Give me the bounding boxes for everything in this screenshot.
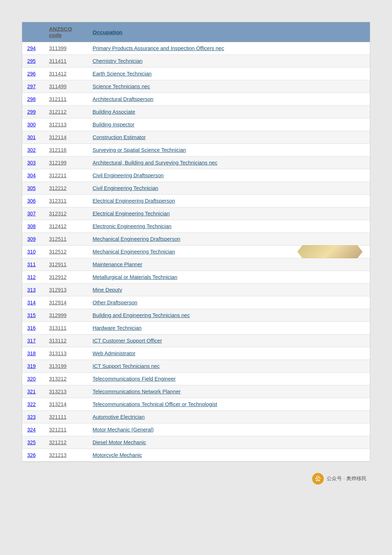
row-number-link[interactable]: 298	[27, 96, 36, 102]
row-number-link[interactable]: 308	[27, 223, 36, 229]
row-number-link[interactable]: 314	[27, 300, 36, 305]
row-number-link[interactable]: 311	[27, 262, 36, 267]
occupation-link[interactable]: Architectural, Building and Surveying Te…	[93, 160, 217, 166]
occupation-link[interactable]: Automotive Electrician	[93, 414, 144, 420]
row-number-link[interactable]: 319	[27, 363, 36, 369]
row-number-link[interactable]: 301	[27, 134, 36, 140]
anzsco-code-link[interactable]: 312512	[49, 249, 66, 255]
anzsco-code-link[interactable]: 312511	[49, 236, 66, 242]
occupation-link[interactable]: ICT Customer Support Officer	[93, 338, 162, 344]
anzsco-code-link[interactable]: 312113	[49, 122, 66, 127]
occupation-link[interactable]: Construction Estimator	[93, 134, 146, 140]
anzsco-code-link[interactable]: 313213	[49, 389, 66, 394]
anzsco-code-link[interactable]: 313111	[49, 325, 66, 331]
anzsco-code-link[interactable]: 312116	[49, 147, 66, 153]
row-number-link[interactable]: 304	[27, 173, 36, 178]
anzsco-code-link[interactable]: 312112	[49, 109, 66, 115]
row-number-link[interactable]: 326	[27, 452, 36, 458]
occupation-link[interactable]: Building and Engineering Technicians nec	[93, 312, 190, 318]
anzsco-code-link[interactable]: 312211	[49, 173, 66, 178]
row-number-link[interactable]: 317	[27, 338, 36, 344]
anzsco-code-link[interactable]: 321213	[49, 452, 66, 458]
row-number-link[interactable]: 323	[27, 414, 36, 420]
occupation-link[interactable]: Electrical Engineering Draftsperson	[93, 198, 175, 204]
occupation-link[interactable]: Science Technicians nec	[93, 84, 150, 89]
anzsco-code-link[interactable]: 312114	[49, 134, 66, 140]
anzsco-code-link[interactable]: 312111	[49, 96, 66, 102]
occupation-link[interactable]: Civil Engineering Draftsperson	[93, 173, 164, 178]
anzsco-code-link[interactable]: 312212	[49, 185, 66, 191]
table-row: 295311411Chemistry Technician	[22, 55, 370, 68]
row-number-link[interactable]: 303	[27, 160, 36, 166]
anzsco-code-link[interactable]: 321211	[49, 427, 66, 433]
row-number-link[interactable]: 325	[27, 439, 36, 445]
occupation-link[interactable]: Motor Mechanic (General)	[93, 427, 154, 433]
anzsco-code-link[interactable]: 313112	[49, 338, 66, 344]
anzsco-code-link[interactable]: 321111	[49, 414, 66, 420]
occupation-link[interactable]: Chemistry Technician	[93, 58, 143, 64]
occupation-link[interactable]: ICT Support Technicians nec	[93, 363, 160, 369]
row-number-link[interactable]: 297	[27, 84, 36, 89]
occupation-link[interactable]: Hardware Technician	[93, 325, 142, 331]
anzsco-code-link[interactable]: 311411	[49, 58, 66, 64]
anzsco-code-link[interactable]: 311399	[49, 45, 66, 51]
occupation-link[interactable]: Other Draftsperson	[93, 300, 137, 305]
row-number-link[interactable]: 324	[27, 427, 36, 433]
row-number-link[interactable]: 316	[27, 325, 36, 331]
occupation-link[interactable]: Primary Products Assurance and Inspectio…	[93, 45, 224, 51]
anzsco-code-link[interactable]: 311412	[49, 71, 66, 77]
occupation-link[interactable]: Mine Deputy	[93, 287, 122, 293]
occupation-link[interactable]: Building Inspector	[93, 122, 134, 127]
occupation-link[interactable]: Mechanical Engineering Technician	[93, 249, 175, 255]
occupation-link[interactable]: Civil Engineering Technician	[93, 185, 158, 191]
occupation-link[interactable]: Building Associate	[93, 109, 135, 115]
occupation-link[interactable]: Telecommunications Field Engineer	[93, 376, 176, 382]
anzsco-code-link[interactable]: 312999	[49, 312, 66, 318]
occupation-link[interactable]: Maintenance Planner	[93, 262, 142, 267]
anzsco-code-link[interactable]: 313199	[49, 363, 66, 369]
row-number-link[interactable]: 322	[27, 401, 36, 407]
anzsco-code-link[interactable]: 313212	[49, 376, 66, 382]
occupation-link[interactable]: Surveying or Spatial Science Technician	[93, 147, 186, 153]
row-number-link[interactable]: 313	[27, 287, 36, 293]
anzsco-code-link[interactable]: 312312	[49, 211, 66, 216]
row-number-link[interactable]: 312	[27, 274, 36, 280]
anzsco-code-link[interactable]: 312911	[49, 262, 66, 267]
anzsco-code-link[interactable]: 311499	[49, 84, 66, 89]
row-number-link[interactable]: 320	[27, 376, 36, 382]
row-number-link[interactable]: 295	[27, 58, 36, 64]
row-number-link[interactable]: 296	[27, 71, 36, 77]
occupation-link[interactable]: Architectural Draftsperson	[93, 96, 154, 102]
anzsco-code-link[interactable]: 312412	[49, 223, 66, 229]
occupation-link[interactable]: Diesel Motor Mechanic	[93, 439, 146, 445]
row-number-link[interactable]: 321	[27, 389, 36, 394]
occupation-link[interactable]: Telecommunications Network Planner	[93, 389, 181, 394]
anzsco-code-link[interactable]: 313214	[49, 401, 66, 407]
row-number-link[interactable]: 305	[27, 185, 36, 191]
row-number-link[interactable]: 309	[27, 236, 36, 242]
occupation-link[interactable]: Metallurgical or Materials Technician	[93, 274, 177, 280]
anzsco-code-link[interactable]: 313113	[49, 351, 66, 356]
row-number-link[interactable]: 299	[27, 109, 36, 115]
row-number-link[interactable]: 318	[27, 351, 36, 356]
anzsco-code-link[interactable]: 312199	[49, 160, 66, 166]
occupation-link[interactable]: Electrical Engineering Technician	[93, 211, 170, 216]
row-number-link[interactable]: 302	[27, 147, 36, 153]
row-number-link[interactable]: 307	[27, 211, 36, 216]
occupation-link[interactable]: Mechanical Engineering Draftsperson	[93, 236, 180, 242]
row-number-link[interactable]: 306	[27, 198, 36, 204]
anzsco-code-link[interactable]: 312311	[49, 198, 66, 204]
occupation-link[interactable]: Motorcycle Mechanic	[93, 452, 142, 458]
row-number-link[interactable]: 310	[27, 249, 36, 255]
anzsco-code-link[interactable]: 312913	[49, 287, 66, 293]
anzsco-code-link[interactable]: 321212	[49, 439, 66, 445]
occupation-link[interactable]: Telecommunications Technical Officer or …	[93, 401, 217, 407]
occupation-link[interactable]: Earth Science Technician	[93, 71, 152, 77]
row-number-link[interactable]: 300	[27, 122, 36, 127]
row-number-link[interactable]: 315	[27, 312, 36, 318]
anzsco-code-link[interactable]: 312914	[49, 300, 66, 305]
row-number-link[interactable]: 294	[27, 45, 36, 51]
occupation-link[interactable]: Electronic Engineering Technician	[93, 223, 171, 229]
occupation-link[interactable]: Web Administrator	[93, 351, 135, 356]
anzsco-code-link[interactable]: 312912	[49, 274, 66, 280]
